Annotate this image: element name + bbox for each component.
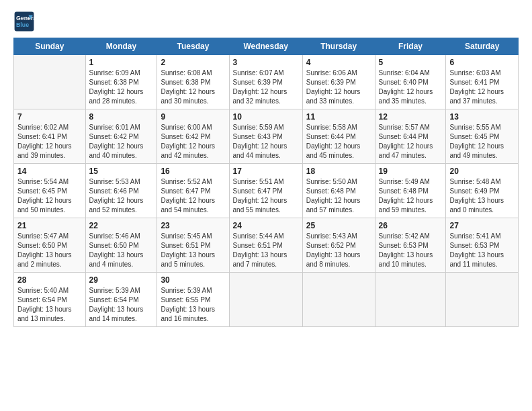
table-header-row: SundayMondayTuesdayWednesdayThursdayFrid… (14, 38, 519, 55)
cell-info: Sunrise: 5:52 AM Sunset: 6:47 PM Dayligh… (161, 177, 225, 215)
table-cell: 30Sunrise: 5:39 AM Sunset: 6:55 PM Dayli… (157, 273, 229, 327)
cell-info: Sunrise: 6:03 AM Sunset: 6:41 PM Dayligh… (449, 68, 515, 106)
cell-info: Sunrise: 5:45 AM Sunset: 6:51 PM Dayligh… (161, 232, 225, 269)
day-number: 2 (161, 58, 225, 67)
cell-info: Sunrise: 5:43 AM Sunset: 6:52 PM Dayligh… (306, 232, 371, 269)
table-cell: 21Sunrise: 5:47 AM Sunset: 6:50 PM Dayli… (14, 218, 86, 273)
day-number: 17 (233, 167, 299, 176)
table-cell: 4Sunrise: 6:06 AM Sunset: 6:39 PM Daylig… (302, 55, 375, 109)
table-cell (229, 273, 302, 327)
day-number: 25 (306, 221, 371, 230)
cell-info: Sunrise: 6:09 AM Sunset: 6:38 PM Dayligh… (89, 68, 154, 106)
day-number: 15 (89, 167, 154, 176)
table-cell (375, 273, 446, 327)
table-cell: 29Sunrise: 5:39 AM Sunset: 6:54 PM Dayli… (85, 273, 157, 327)
day-number: 5 (379, 58, 443, 67)
table-cell: 9Sunrise: 6:00 AM Sunset: 6:42 PM Daylig… (157, 109, 229, 164)
table-cell: 10Sunrise: 5:59 AM Sunset: 6:43 PM Dayli… (229, 109, 302, 164)
day-number: 7 (17, 112, 82, 122)
col-header-tuesday: Tuesday (157, 38, 229, 55)
day-number: 28 (17, 275, 82, 285)
table-row: 28Sunrise: 5:40 AM Sunset: 6:54 PM Dayli… (14, 273, 519, 327)
day-number: 24 (233, 221, 299, 230)
cell-info: Sunrise: 5:53 AM Sunset: 6:46 PM Dayligh… (89, 177, 154, 215)
cell-info: Sunrise: 5:41 AM Sunset: 6:53 PM Dayligh… (449, 232, 515, 269)
table-cell: 2Sunrise: 6:08 AM Sunset: 6:38 PM Daylig… (157, 55, 229, 109)
table-cell: 12Sunrise: 5:57 AM Sunset: 6:44 PM Dayli… (375, 109, 446, 164)
cell-info: Sunrise: 5:48 AM Sunset: 6:49 PM Dayligh… (449, 177, 515, 215)
cell-info: Sunrise: 6:00 AM Sunset: 6:42 PM Dayligh… (161, 123, 225, 161)
cell-info: Sunrise: 6:08 AM Sunset: 6:38 PM Dayligh… (161, 68, 225, 106)
day-number: 4 (306, 58, 371, 67)
table-row: 21Sunrise: 5:47 AM Sunset: 6:50 PM Dayli… (14, 218, 519, 273)
cell-info: Sunrise: 5:58 AM Sunset: 6:44 PM Dayligh… (306, 123, 371, 161)
table-cell: 6Sunrise: 6:03 AM Sunset: 6:41 PM Daylig… (446, 55, 519, 109)
day-number: 30 (161, 275, 225, 285)
day-number: 22 (89, 221, 154, 230)
day-number: 21 (17, 221, 82, 230)
col-header-saturday: Saturday (446, 38, 519, 55)
logo-icon: General Blue (13, 11, 35, 32)
day-number: 3 (233, 58, 299, 67)
table-cell: 23Sunrise: 5:45 AM Sunset: 6:51 PM Dayli… (157, 218, 229, 273)
table-cell: 14Sunrise: 5:54 AM Sunset: 6:45 PM Dayli… (14, 164, 86, 218)
cell-info: Sunrise: 5:54 AM Sunset: 6:45 PM Dayligh… (17, 177, 82, 215)
logo: General Blue (13, 11, 38, 32)
table-cell: 1Sunrise: 6:09 AM Sunset: 6:38 PM Daylig… (85, 55, 157, 109)
col-header-sunday: Sunday (14, 38, 86, 55)
table-cell (14, 55, 86, 109)
day-number: 13 (449, 112, 515, 122)
day-number: 27 (449, 221, 515, 230)
table-cell: 22Sunrise: 5:46 AM Sunset: 6:50 PM Dayli… (85, 218, 157, 273)
svg-text:Blue: Blue (16, 21, 29, 28)
table-cell: 11Sunrise: 5:58 AM Sunset: 6:44 PM Dayli… (302, 109, 375, 164)
table-cell: 24Sunrise: 5:44 AM Sunset: 6:51 PM Dayli… (229, 218, 302, 273)
day-number: 9 (161, 112, 225, 122)
table-row: 7Sunrise: 6:02 AM Sunset: 6:41 PM Daylig… (14, 109, 519, 164)
day-number: 8 (89, 112, 154, 122)
table-cell: 18Sunrise: 5:50 AM Sunset: 6:48 PM Dayli… (302, 164, 375, 218)
col-header-friday: Friday (375, 38, 446, 55)
table-cell: 3Sunrise: 6:07 AM Sunset: 6:39 PM Daylig… (229, 55, 302, 109)
table-cell: 16Sunrise: 5:52 AM Sunset: 6:47 PM Dayli… (157, 164, 229, 218)
day-number: 11 (306, 112, 371, 122)
cell-info: Sunrise: 5:46 AM Sunset: 6:50 PM Dayligh… (89, 232, 154, 269)
col-header-monday: Monday (85, 38, 157, 55)
table-cell: 17Sunrise: 5:51 AM Sunset: 6:47 PM Dayli… (229, 164, 302, 218)
table-cell: 19Sunrise: 5:49 AM Sunset: 6:48 PM Dayli… (375, 164, 446, 218)
col-header-thursday: Thursday (302, 38, 375, 55)
cell-info: Sunrise: 5:39 AM Sunset: 6:55 PM Dayligh… (161, 286, 225, 324)
cell-info: Sunrise: 5:49 AM Sunset: 6:48 PM Dayligh… (379, 177, 443, 215)
cell-info: Sunrise: 5:39 AM Sunset: 6:54 PM Dayligh… (89, 286, 154, 324)
table-cell (446, 273, 519, 327)
cell-info: Sunrise: 5:50 AM Sunset: 6:48 PM Dayligh… (306, 177, 371, 215)
table-cell: 13Sunrise: 5:55 AM Sunset: 6:45 PM Dayli… (446, 109, 519, 164)
cell-info: Sunrise: 5:42 AM Sunset: 6:53 PM Dayligh… (379, 232, 443, 269)
table-cell: 25Sunrise: 5:43 AM Sunset: 6:52 PM Dayli… (302, 218, 375, 273)
day-number: 10 (233, 112, 299, 122)
day-number: 26 (379, 221, 443, 230)
day-number: 29 (89, 275, 154, 285)
table-cell: 5Sunrise: 6:04 AM Sunset: 6:40 PM Daylig… (375, 55, 446, 109)
table-row: 14Sunrise: 5:54 AM Sunset: 6:45 PM Dayli… (14, 164, 519, 218)
calendar-table: SundayMondayTuesdayWednesdayThursdayFrid… (13, 38, 519, 327)
day-number: 19 (379, 167, 443, 176)
cell-info: Sunrise: 5:47 AM Sunset: 6:50 PM Dayligh… (17, 232, 82, 269)
day-number: 20 (449, 167, 515, 176)
cell-info: Sunrise: 5:55 AM Sunset: 6:45 PM Dayligh… (449, 123, 515, 161)
cell-info: Sunrise: 5:51 AM Sunset: 6:47 PM Dayligh… (233, 177, 299, 215)
cell-info: Sunrise: 5:44 AM Sunset: 6:51 PM Dayligh… (233, 232, 299, 269)
cell-info: Sunrise: 5:57 AM Sunset: 6:44 PM Dayligh… (379, 123, 443, 161)
cell-info: Sunrise: 6:01 AM Sunset: 6:42 PM Dayligh… (89, 123, 154, 161)
cell-info: Sunrise: 5:40 AM Sunset: 6:54 PM Dayligh… (17, 286, 82, 324)
table-row: 1Sunrise: 6:09 AM Sunset: 6:38 PM Daylig… (14, 55, 519, 109)
cell-info: Sunrise: 6:02 AM Sunset: 6:41 PM Dayligh… (17, 123, 82, 161)
table-cell: 28Sunrise: 5:40 AM Sunset: 6:54 PM Dayli… (14, 273, 86, 327)
day-number: 12 (379, 112, 443, 122)
day-number: 1 (89, 58, 154, 67)
cell-info: Sunrise: 6:04 AM Sunset: 6:40 PM Dayligh… (379, 68, 443, 106)
cell-info: Sunrise: 6:06 AM Sunset: 6:39 PM Dayligh… (306, 68, 371, 106)
cell-info: Sunrise: 5:59 AM Sunset: 6:43 PM Dayligh… (233, 123, 299, 161)
cell-info: Sunrise: 6:07 AM Sunset: 6:39 PM Dayligh… (233, 68, 299, 106)
table-cell: 20Sunrise: 5:48 AM Sunset: 6:49 PM Dayli… (446, 164, 519, 218)
